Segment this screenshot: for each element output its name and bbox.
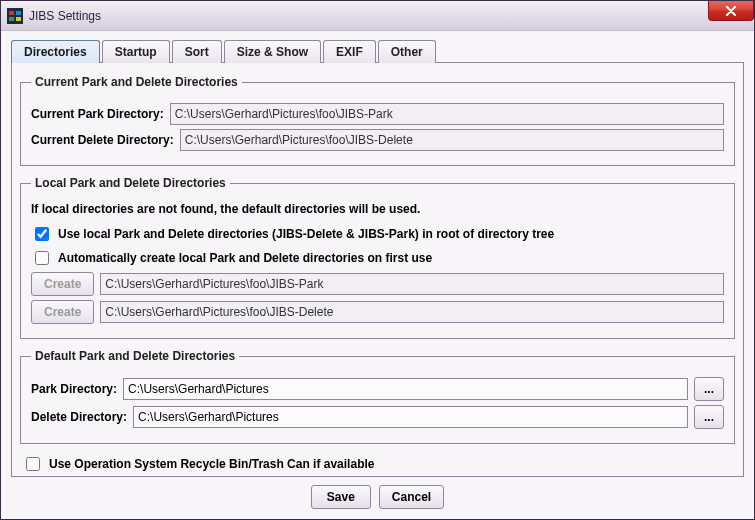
tab-startup[interactable]: Startup [102,40,170,63]
tab-exif[interactable]: EXIF [323,40,376,63]
recycle-bin-checkbox-row[interactable]: Use Operation System Recycle Bin/Trash C… [22,454,735,474]
tab-sort[interactable]: Sort [172,40,222,63]
auto-create-checkbox-row[interactable]: Automatically create local Park and Dele… [31,248,724,268]
group-local-directories: Local Park and Delete Directories If loc… [20,176,735,339]
titlebar: JIBS Settings [1,1,754,31]
settings-window: JIBS Settings Directories Startup Sort S… [0,0,755,520]
local-park-field [100,273,724,295]
recycle-bin-label: Use Operation System Recycle Bin/Trash C… [49,457,374,471]
browse-default-park-button[interactable]: ... [694,377,724,401]
svg-rect-0 [7,8,23,24]
group-default-directories-legend: Default Park and Delete Directories [31,349,239,363]
auto-create-checkbox[interactable] [35,251,49,265]
current-delete-label: Current Delete Directory: [31,133,174,147]
svg-rect-3 [9,17,14,21]
close-button[interactable] [708,1,754,21]
tab-other[interactable]: Other [378,40,436,63]
window-title: JIBS Settings [29,9,101,23]
group-current-directories-legend: Current Park and Delete Directories [31,75,242,89]
save-button[interactable]: Save [311,485,371,509]
svg-rect-2 [16,11,21,15]
create-local-delete-button[interactable]: Create [31,300,94,324]
cancel-button[interactable]: Cancel [379,485,444,509]
use-local-label: Use local Park and Delete directories (J… [58,227,554,241]
default-park-label: Park Directory: [31,382,117,396]
tab-directories[interactable]: Directories [11,40,100,63]
current-park-field [170,103,724,125]
recycle-bin-checkbox[interactable] [26,457,40,471]
auto-create-label: Automatically create local Park and Dele… [58,251,432,265]
group-local-directories-legend: Local Park and Delete Directories [31,176,230,190]
group-current-directories: Current Park and Delete Directories Curr… [20,75,735,166]
group-default-directories: Default Park and Delete Directories Park… [20,349,735,444]
default-delete-label: Delete Directory: [31,410,127,424]
use-local-checkbox[interactable] [35,227,49,241]
current-park-label: Current Park Directory: [31,107,164,121]
browse-default-delete-button[interactable]: ... [694,405,724,429]
current-delete-field [180,129,724,151]
app-icon [7,8,23,24]
local-delete-field [100,301,724,323]
default-delete-field[interactable] [133,406,688,428]
svg-rect-1 [9,11,14,15]
create-local-park-button[interactable]: Create [31,272,94,296]
dialog-footer: Save Cancel [11,477,744,509]
tab-size-show[interactable]: Size & Show [224,40,321,63]
default-park-field[interactable] [123,378,688,400]
use-local-checkbox-row[interactable]: Use local Park and Delete directories (J… [31,224,724,244]
tab-panel-directories: Current Park and Delete Directories Curr… [11,63,744,477]
svg-rect-4 [16,17,21,21]
local-notice: If local directories are not found, the … [31,202,724,216]
tabs-strip: Directories Startup Sort Size & Show EXI… [11,39,744,63]
client-area: Directories Startup Sort Size & Show EXI… [1,31,754,519]
